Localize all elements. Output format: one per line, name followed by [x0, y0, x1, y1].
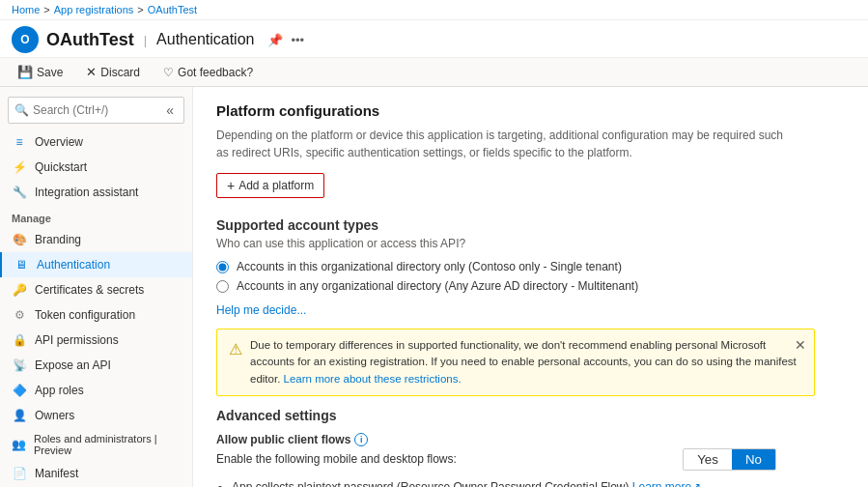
warning-close-button[interactable]: ✕ — [795, 335, 806, 356]
app-icon: O — [12, 26, 39, 53]
allow-public-info-icon[interactable]: i — [354, 433, 368, 446]
sidebar-label-expose-api: Expose an API — [35, 358, 111, 372]
platform-section-desc: Depending on the platform or device this… — [216, 127, 796, 161]
save-button[interactable]: 💾 Save — [12, 62, 69, 82]
sidebar-item-certificates[interactable]: 🔑 Certificates & secrets — [0, 277, 192, 302]
quickstart-icon: ⚡ — [12, 159, 27, 175]
breadcrumb-app-registrations[interactable]: App registrations — [54, 4, 134, 15]
advanced-section-title: Advanced settings — [216, 408, 845, 423]
owners-icon: 👤 — [12, 408, 27, 423]
warning-icon: ⚠ — [229, 338, 242, 361]
app-name: OAuthTest — [46, 30, 134, 50]
list-item-password-flow: App collects plaintext password (Resourc… — [232, 478, 845, 487]
main-layout: 🔍 « ≡ Overview ⚡ Quickstart 🔧 Integratio… — [0, 87, 868, 487]
toolbar: 💾 Save ✕ Discard ♡ Got feedback? — [0, 58, 868, 87]
api-permissions-icon: 🔒 — [12, 332, 27, 348]
token-icon: ⚙ — [12, 307, 27, 323]
title-bar: O OAuthTest | Authentication 📌 ••• — [0, 20, 868, 58]
platform-section: Platform configurations Depending on the… — [216, 102, 845, 217]
mobile-desktop-flows-row: Enable the following mobile and desktop … — [216, 448, 776, 471]
overview-icon: ≡ — [12, 134, 27, 150]
radio-multi-tenant-input[interactable] — [216, 280, 229, 293]
sidebar-label-branding: Branding — [35, 233, 81, 246]
content-area: Platform configurations Depending on the… — [193, 87, 868, 487]
breadcrumb-oauthtest[interactable]: OAuthTest — [148, 4, 197, 15]
sidebar-item-branding[interactable]: 🎨 Branding — [0, 227, 192, 252]
pin-icon[interactable]: 📌 — [267, 33, 283, 47]
title-actions: 📌 ••• — [267, 33, 304, 47]
sidebar-item-manifest[interactable]: 📄 Manifest — [0, 461, 192, 486]
flows-list: App collects plaintext password (Resourc… — [232, 478, 845, 487]
sidebar-item-authentication[interactable]: 🖥 Authentication — [0, 252, 192, 277]
app-roles-icon: 🔷 — [12, 383, 27, 398]
add-platform-plus-icon: + — [227, 178, 235, 193]
radio-multi-tenant-label: Accounts in any organizational directory… — [237, 279, 638, 293]
sidebar: 🔍 « ≡ Overview ⚡ Quickstart 🔧 Integratio… — [0, 87, 193, 487]
sidebar-label-authentication: Authentication — [37, 258, 110, 272]
password-flow-learn-more-link[interactable]: Learn more↗ — [632, 480, 701, 487]
warning-box: ⚠ Due to temporary differences in suppor… — [216, 329, 815, 396]
sidebar-item-expose-api[interactable]: 📡 Expose an API — [0, 353, 192, 378]
certificates-icon: 🔑 — [12, 282, 27, 298]
discard-icon: ✕ — [86, 65, 97, 79]
sidebar-label-integration: Integration assistant — [35, 186, 138, 199]
toggle-yes-button[interactable]: Yes — [684, 449, 732, 470]
manage-section-label: Manage — [0, 205, 192, 227]
breadcrumb: Home > App registrations > OAuthTest — [0, 0, 868, 20]
add-platform-button[interactable]: + Add a platform — [216, 173, 324, 198]
sidebar-item-owners[interactable]: 👤 Owners — [0, 403, 192, 428]
sidebar-label-quickstart: Quickstart — [35, 160, 87, 174]
feedback-icon: ♡ — [163, 66, 174, 79]
account-types-title: Supported account types — [216, 217, 845, 233]
search-input[interactable] — [33, 103, 158, 117]
add-platform-label: Add a platform — [238, 179, 314, 192]
sidebar-label-manifest: Manifest — [35, 467, 78, 480]
allow-public-label: Allow public client flows — [216, 433, 350, 446]
allow-public-subsection-title: Allow public client flows i — [216, 433, 845, 446]
toggle-no-button[interactable]: No — [732, 449, 775, 470]
page-title: Authentication — [156, 31, 254, 48]
radio-multi-tenant[interactable]: Accounts in any organizational directory… — [216, 279, 845, 293]
authentication-icon: 🖥 — [14, 257, 29, 272]
sidebar-item-integration[interactable]: 🔧 Integration assistant — [0, 180, 192, 205]
save-icon: 💾 — [17, 65, 33, 79]
sidebar-label-roles-admin: Roles and administrators | Preview — [34, 433, 181, 456]
discard-button[interactable]: ✕ Discard — [80, 62, 146, 82]
sidebar-label-api-permissions: API permissions — [35, 333, 119, 347]
manifest-icon: 📄 — [12, 466, 27, 481]
sidebar-item-api-permissions[interactable]: 🔒 API permissions — [0, 328, 192, 353]
roles-admin-icon: 👥 — [12, 437, 26, 452]
warning-learn-more-link[interactable]: Learn more about these restrictions. — [284, 373, 462, 385]
account-types-subtitle: Who can use this application or access t… — [216, 237, 845, 250]
breadcrumb-home[interactable]: Home — [12, 4, 40, 15]
mobile-desktop-label: Enable the following mobile and desktop … — [216, 452, 457, 466]
platform-section-title: Platform configurations — [216, 102, 845, 119]
branding-icon: 🎨 — [12, 232, 27, 247]
sidebar-item-overview[interactable]: ≡ Overview — [0, 129, 192, 155]
expose-api-icon: 📡 — [12, 358, 27, 373]
sidebar-label-token: Token configuration — [35, 308, 135, 322]
sidebar-label-overview: Overview — [35, 135, 83, 149]
integration-icon: 🔧 — [12, 185, 27, 200]
collapse-sidebar-button[interactable]: « — [162, 100, 178, 120]
sidebar-item-token[interactable]: ⚙ Token configuration — [0, 302, 192, 328]
search-box[interactable]: 🔍 « — [8, 97, 184, 124]
more-icon[interactable]: ••• — [291, 33, 304, 47]
help-decide-link[interactable]: Help me decide... — [216, 303, 306, 317]
toggle-group: Yes No — [683, 448, 776, 471]
radio-single-tenant-input[interactable] — [216, 261, 229, 273]
sidebar-item-app-roles[interactable]: 🔷 App roles — [0, 378, 192, 403]
sidebar-item-quickstart[interactable]: ⚡ Quickstart — [0, 155, 192, 180]
advanced-section: Advanced settings Allow public client fl… — [216, 408, 845, 487]
sidebar-label-app-roles: App roles — [35, 384, 84, 397]
sidebar-item-roles-admin[interactable]: 👥 Roles and administrators | Preview — [0, 428, 192, 461]
account-type-radio-group: Accounts in this organizational director… — [216, 260, 845, 293]
radio-single-tenant[interactable]: Accounts in this organizational director… — [216, 260, 845, 273]
account-types-section: Supported account types Who can use this… — [216, 217, 845, 317]
search-icon: 🔍 — [14, 103, 29, 117]
feedback-button[interactable]: ♡ Got feedback? — [157, 63, 259, 82]
warning-text: Due to temporary differences in supporte… — [250, 337, 802, 387]
radio-single-tenant-label: Accounts in this organizational director… — [237, 260, 622, 273]
sidebar-label-owners: Owners — [35, 409, 74, 422]
sidebar-label-certificates: Certificates & secrets — [35, 283, 144, 297]
